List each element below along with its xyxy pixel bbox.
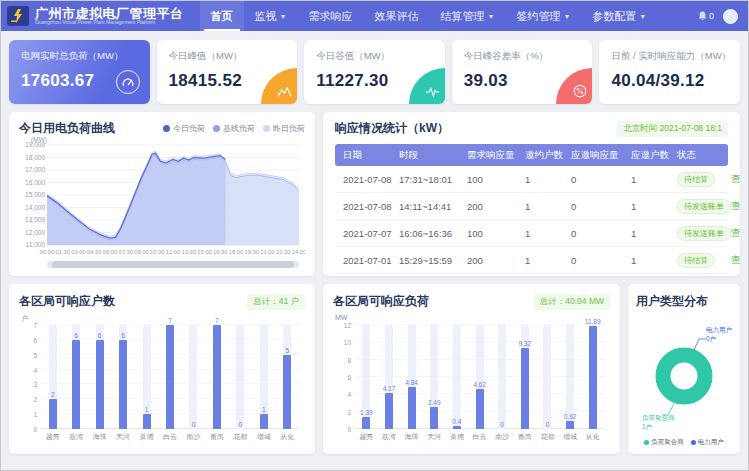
legend-dot: [213, 125, 220, 132]
nav-item-params[interactable]: 参数配置▼: [581, 1, 657, 31]
bar: [521, 348, 529, 429]
bar-group-9[interactable]: 0花都: [229, 325, 252, 429]
bar-value-label: 6: [121, 332, 125, 339]
table-cell: 14:11~14:41: [391, 201, 459, 212]
table-cell: 查看: [723, 173, 740, 186]
legend-item[interactable]: 今日负荷: [163, 123, 205, 134]
nav-item-label: 签约管理: [516, 9, 560, 24]
chevron-down-icon: ▼: [639, 13, 646, 20]
table-cell: 1: [517, 255, 563, 266]
bar-group-4[interactable]: 2.49天河: [423, 325, 446, 429]
x-axis-category-label: 番禺: [210, 432, 224, 442]
bar-group-10[interactable]: 1增城: [252, 325, 275, 429]
load-curve-chart[interactable]: 11,00012,00013,00014,00015,00016,00017,0…: [19, 137, 305, 271]
table-cell: 16:06~16:36: [391, 228, 459, 239]
column-header: 操作: [723, 149, 731, 162]
user-avatar[interactable]: [723, 9, 738, 24]
bar-group-9[interactable]: 0花都: [536, 325, 559, 429]
bar-group-6[interactable]: 7白云: [158, 325, 181, 429]
kpi-label: 电网实时总负荷（MW）: [21, 50, 138, 63]
bar-group-8[interactable]: 9.32番禺: [513, 325, 536, 429]
view-details-link[interactable]: 查看: [731, 227, 740, 238]
app-title: 广州市虚拟电厂管理平台: [35, 7, 184, 21]
bar-track: [236, 325, 244, 429]
bar-track: [498, 325, 506, 429]
table-row: 2021-07-0814:11~14:41200101待发送账单查看: [335, 193, 728, 220]
nav-item-monitor[interactable]: 监视▼: [244, 1, 298, 31]
bar-group-2[interactable]: 6荔湾: [64, 325, 87, 429]
y-axis-tick-label: 2: [333, 409, 351, 416]
bar-group-1[interactable]: 2越秀: [41, 325, 64, 429]
y-axis-tick-label: 7: [19, 322, 37, 329]
nav-item-home[interactable]: 首页: [200, 1, 244, 31]
nav-item-label: 首页: [211, 9, 233, 24]
bar-group-6[interactable]: 4.62白云: [468, 325, 491, 429]
district-users-bar-chart[interactable]: 户012345672越秀6荔湾6海珠6天河1黄埔7白云0南沙7番禺0花都1增城5…: [19, 314, 305, 446]
bar-group-5[interactable]: 0.4黄埔: [446, 325, 469, 429]
district-load-bar-chart[interactable]: MW0246810121.39越秀4.17荔湾4.84海珠2.49天河0.4黄埔…: [333, 314, 610, 446]
bars: 1.39越秀4.17荔湾4.84海珠2.49天河0.4黄埔4.62白云0南沙9.…: [355, 325, 604, 429]
bar-group-4[interactable]: 6天河: [111, 325, 134, 429]
view-details-link[interactable]: 查看: [731, 200, 740, 211]
nav-item-contract[interactable]: 签约管理▼: [505, 1, 581, 31]
y-axis-tick-label: 0: [19, 426, 37, 433]
table-row: 2021-07-0115:29~15:59200101待结算查看: [335, 247, 728, 274]
x-axis-category-label: 越秀: [46, 432, 60, 442]
legend-dot: [263, 125, 270, 132]
bar-group-7[interactable]: 0南沙: [182, 325, 205, 429]
bar: [589, 326, 597, 429]
bar-group-11[interactable]: 11.89从化: [581, 325, 604, 429]
user-type-donut-chart[interactable]: 电力用户 0户 负荷聚合商 1户: [636, 312, 732, 434]
view-details-link[interactable]: 查看: [731, 254, 740, 265]
bar-value-label: 1.39: [360, 409, 373, 416]
svg-text:17,000: 17,000: [25, 166, 45, 173]
bar-group-3[interactable]: 4.84海珠: [400, 325, 423, 429]
nav-item-demand-response[interactable]: 需求响应: [297, 1, 363, 31]
bar-group-5[interactable]: 1黄埔: [135, 325, 158, 429]
svg-text:10:30: 10:30: [150, 249, 165, 255]
x-axis-category-label: 增城: [563, 432, 577, 442]
district-users-panel: 各区局可响应户数 总计：41 户 户012345672越秀6荔湾6海珠6天河1黄…: [9, 284, 315, 454]
bar-group-2[interactable]: 4.17荔湾: [378, 325, 401, 429]
user-type-panel: 用户类型分布 电力用户 0户 负荷聚合商 1户: [628, 284, 740, 454]
legend-item[interactable]: 昨日负荷: [263, 123, 305, 134]
bar-group-3[interactable]: 6海珠: [88, 325, 111, 429]
bar-group-11[interactable]: 5从化: [276, 325, 299, 429]
total-users-badge: 总计：41 户: [247, 294, 305, 310]
bar-track: [543, 325, 551, 429]
notification-count: 0: [709, 11, 714, 21]
status-badge: 待结算: [677, 253, 715, 268]
bar: [408, 387, 416, 429]
bar-group-7[interactable]: 0南沙: [491, 325, 514, 429]
table-cell: 1: [623, 201, 669, 212]
main-nav: 首页监视▼需求响应效果评估结算管理▼签约管理▼参数配置▼: [200, 1, 658, 31]
view-details-link[interactable]: 查看: [731, 173, 740, 184]
bar-group-1[interactable]: 1.39越秀: [355, 325, 378, 429]
y-axis-tick-label: 3: [19, 381, 37, 388]
table-cell: 200: [459, 201, 517, 212]
table-cell: 1: [623, 255, 669, 266]
beijing-time-badge: 北京时间 2021-07-08 18:1: [617, 121, 728, 137]
table-cell: 0: [563, 255, 623, 266]
bar-value-label: 2: [51, 391, 55, 398]
x-axis-category-label: 海珠: [93, 432, 107, 442]
x-axis-category-label: 南沙: [495, 432, 509, 442]
x-axis-category-label: 花都: [233, 432, 247, 442]
bar-value-label: 9.32: [518, 340, 531, 347]
chevron-down-icon: ▼: [280, 13, 287, 20]
table-cell: 2021-07-08: [335, 174, 391, 185]
bar: [260, 414, 268, 429]
bar-value-label: 6: [74, 332, 78, 339]
bar-group-8[interactable]: 7番禺: [205, 325, 228, 429]
nav-item-settlement[interactable]: 结算管理▼: [429, 1, 505, 31]
bar-plot-area: 0246810121.39越秀4.17荔湾4.84海珠2.49天河0.4黄埔4.…: [355, 325, 604, 429]
bar-value-label: 4.62: [473, 381, 486, 388]
svg-text:07:30: 07:30: [118, 249, 133, 255]
notification-bell-icon[interactable]: 0: [698, 11, 714, 21]
y-axis-tick-label: 4: [19, 367, 37, 374]
legend-item[interactable]: 基线负荷: [213, 123, 255, 134]
bar-group-10[interactable]: 0.92增城: [559, 325, 582, 429]
nav-item-effect-eval[interactable]: 效果评估: [363, 1, 429, 31]
table-cell: 17:31~18:01: [391, 174, 459, 185]
svg-text:09:00: 09:00: [134, 249, 149, 255]
